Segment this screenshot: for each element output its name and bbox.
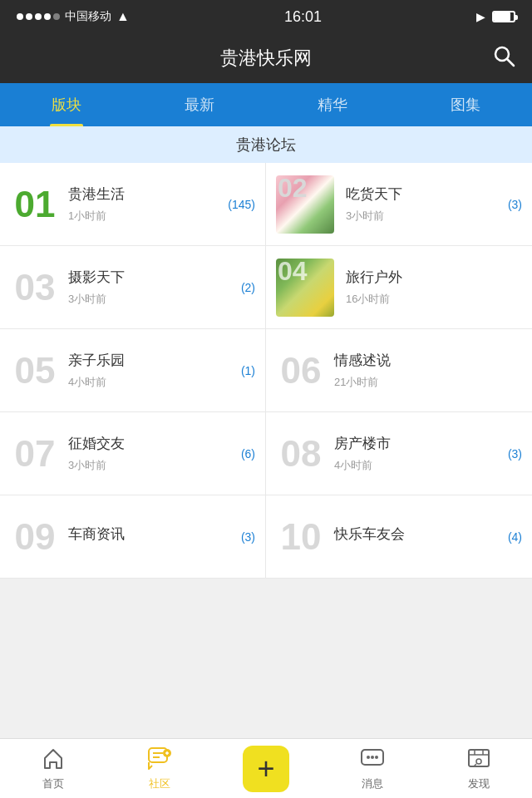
- item-count: (2): [241, 281, 255, 294]
- item-number: 01: [10, 186, 60, 223]
- list-item[interactable]: 04 旅行户外 16小时前: [266, 246, 532, 329]
- item-count: (3): [241, 530, 255, 544]
- discover-icon: [467, 746, 490, 773]
- status-time: 16:01: [284, 8, 322, 26]
- forum-grid: 01 贵港生活 1小时前 (145) 02 吃货天下 3小时前 (3) 03 摄…: [0, 163, 532, 579]
- item-info: 摄影天下 3小时前: [68, 268, 255, 307]
- nav-community-label: 社区: [149, 776, 170, 791]
- list-item[interactable]: 01 贵港生活 1小时前 (145): [0, 163, 266, 246]
- item-number: 09: [10, 519, 60, 555]
- item-time: 4小时前: [68, 375, 255, 390]
- bottom-nav: 首页 社区 +: [0, 738, 532, 798]
- item-info: 车商资讯: [68, 525, 255, 549]
- item-time: 3小时前: [68, 292, 255, 307]
- plus-button[interactable]: +: [243, 746, 289, 792]
- list-item[interactable]: 08 房产楼市 4小时前 (3): [266, 412, 532, 495]
- item-title: 亲子乐园: [68, 351, 255, 370]
- app-title: 贵港快乐网: [220, 46, 312, 71]
- app-header: 贵港快乐网: [0, 33, 532, 83]
- tab-tuji[interactable]: 图集: [399, 83, 532, 126]
- tab-jinghua[interactable]: 精华: [266, 83, 399, 126]
- nav-community[interactable]: 社区: [106, 739, 213, 798]
- tab-zuixin[interactable]: 最新: [133, 83, 266, 126]
- item-number: 08: [276, 436, 326, 472]
- list-item[interactable]: 09 车商资讯 (3): [0, 495, 266, 579]
- item-count: (1): [241, 364, 255, 377]
- item-time: 21小时前: [334, 375, 522, 390]
- section-header: 贵港论坛: [0, 126, 532, 163]
- home-icon: [42, 746, 65, 773]
- list-item[interactable]: 07 征婚交友 3小时前 (6): [0, 412, 266, 495]
- community-icon: [147, 746, 172, 773]
- wifi-icon: ▲: [116, 9, 130, 24]
- item-title: 房产楼市: [334, 434, 522, 453]
- item-time: 16小时前: [346, 292, 522, 307]
- item-number: 03: [10, 269, 60, 306]
- nav-discover[interactable]: 发现: [426, 739, 532, 798]
- svg-point-9: [367, 756, 370, 759]
- item-title: 快乐车友会: [334, 525, 522, 544]
- tab-bar: 版块 最新 精华 图集: [0, 83, 532, 126]
- item-count: (3): [508, 447, 522, 461]
- item-title: 摄影天下: [68, 268, 255, 287]
- item-info: 快乐车友会: [334, 525, 522, 549]
- plus-icon: +: [257, 754, 274, 784]
- item-title: 吃货天下: [346, 185, 522, 204]
- item-count: (4): [508, 530, 522, 544]
- item-info: 征婚交友 3小时前: [68, 434, 255, 473]
- item-info: 亲子乐园 4小时前: [68, 351, 255, 390]
- item-info: 旅行户外 16小时前: [346, 268, 522, 307]
- signal-dots: [17, 13, 60, 20]
- item-title: 车商资讯: [68, 525, 255, 544]
- item-number: 10: [276, 519, 326, 555]
- item-info: 贵港生活 1小时前: [68, 185, 255, 224]
- content-area: 01 贵港生活 1小时前 (145) 02 吃货天下 3小时前 (3) 03 摄…: [0, 163, 532, 738]
- section-title: 贵港论坛: [236, 135, 296, 155]
- nav-message-label: 消息: [362, 776, 383, 791]
- nav-home-label: 首页: [42, 776, 64, 791]
- status-left: 中国移动 ▲: [17, 9, 130, 24]
- battery-icon: [492, 11, 515, 22]
- item-info: 情感述说 21小时前: [334, 351, 522, 390]
- nav-plus[interactable]: +: [213, 739, 319, 798]
- svg-point-10: [371, 756, 374, 759]
- svg-point-13: [476, 759, 481, 764]
- nav-discover-label: 发现: [468, 776, 490, 791]
- item-number: 05: [10, 352, 60, 389]
- item-time: 3小时前: [346, 209, 522, 224]
- status-bar: 中国移动 ▲ 16:01 ▶: [0, 0, 532, 33]
- list-item[interactable]: 10 快乐车友会 (4): [266, 495, 532, 579]
- item-count: (6): [241, 447, 255, 461]
- list-item[interactable]: 06 情感述说 21小时前: [266, 329, 532, 412]
- svg-line-1: [507, 59, 514, 66]
- item-title: 旅行户外: [346, 268, 522, 287]
- message-icon: [360, 746, 385, 773]
- search-icon[interactable]: [492, 44, 515, 73]
- carrier-label: 中国移动: [65, 9, 111, 24]
- list-item[interactable]: 02 吃货天下 3小时前 (3): [266, 163, 532, 246]
- item-time: 3小时前: [68, 458, 255, 473]
- svg-point-11: [375, 756, 378, 759]
- item-number: 07: [10, 436, 60, 472]
- item-time: 1小时前: [68, 209, 255, 224]
- list-item[interactable]: 03 摄影天下 3小时前 (2): [0, 246, 266, 329]
- item-title: 贵港生活: [68, 185, 255, 204]
- item-title: 情感述说: [334, 351, 522, 370]
- item-count: (3): [508, 198, 522, 211]
- nav-home[interactable]: 首页: [0, 739, 106, 798]
- tab-bankai[interactable]: 版块: [0, 83, 133, 126]
- item-time: 4小时前: [334, 458, 522, 473]
- location-icon: ▶: [476, 10, 485, 23]
- item-number: 06: [276, 352, 326, 389]
- nav-message[interactable]: 消息: [319, 739, 426, 798]
- item-count: (145): [228, 198, 255, 211]
- item-info: 吃货天下 3小时前: [346, 185, 522, 224]
- list-item[interactable]: 05 亲子乐园 4小时前 (1): [0, 329, 266, 412]
- item-title: 征婚交友: [68, 434, 255, 453]
- status-right: ▶: [476, 10, 515, 23]
- item-info: 房产楼市 4小时前: [334, 434, 522, 473]
